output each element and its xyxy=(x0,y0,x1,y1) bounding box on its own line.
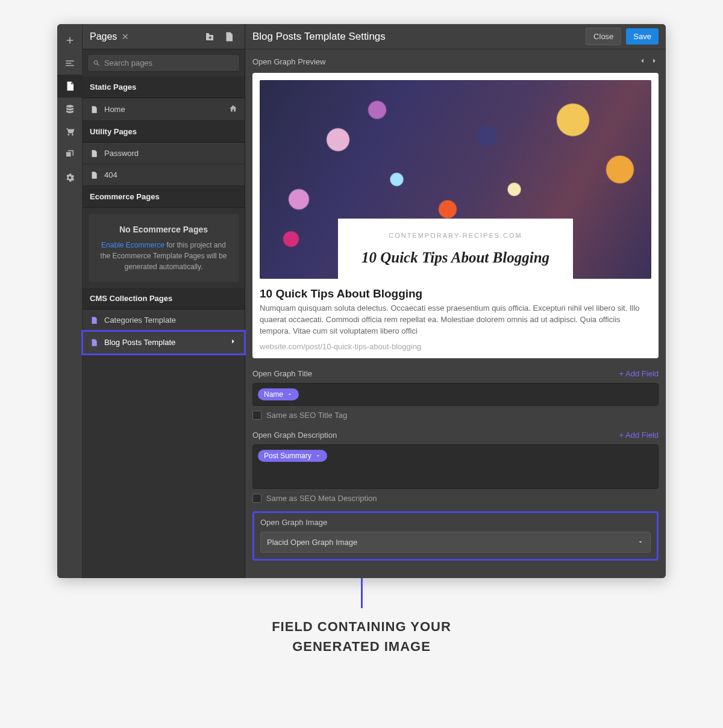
checkbox-icon[interactable] xyxy=(252,411,261,420)
section-ecommerce: Ecommerce Pages xyxy=(83,186,245,208)
chevron-down-icon xyxy=(637,538,644,546)
app-window: Pages ✕ Static Pages Home Utility Pages … xyxy=(57,24,666,578)
og-preview-domain: CONTEMPORARY-RECIPES.COM xyxy=(349,232,562,239)
og-description-input[interactable]: Post Summary xyxy=(252,444,659,489)
og-preview-label: Open Graph Preview xyxy=(252,57,659,67)
og-title-input[interactable]: Name xyxy=(252,383,659,406)
checkbox-icon[interactable] xyxy=(252,494,261,503)
sidebar-title: Pages xyxy=(90,31,117,42)
icon-rail xyxy=(57,24,83,578)
search-input[interactable] xyxy=(104,58,234,67)
rail-navigator-icon[interactable] xyxy=(57,52,83,75)
og-image-select[interactable]: Placid Open Graph Image xyxy=(260,532,651,553)
og-preview-inset: CONTEMPORARY-RECIPES.COM 10 Quick Tips A… xyxy=(338,219,573,279)
og-title-field: Open Graph Title + Add Field Name Same a… xyxy=(252,369,659,420)
og-image-value: Placid Open Graph Image xyxy=(267,538,357,547)
cms-page-icon xyxy=(90,316,99,325)
chevron-down-icon xyxy=(315,453,321,459)
page-label: Categories Template xyxy=(104,316,176,325)
og-preview-card: CONTEMPORARY-RECIPES.COM 10 Quick Tips A… xyxy=(252,73,659,358)
pages-sidebar: Pages ✕ Static Pages Home Utility Pages … xyxy=(83,24,245,578)
page-icon xyxy=(90,171,99,179)
search-icon xyxy=(93,59,101,67)
ecommerce-empty-title: No Ecommerce Pages xyxy=(96,223,231,236)
og-image-field: Open Graph Image Placid Open Graph Image xyxy=(252,511,659,561)
page-label: Password xyxy=(104,149,139,158)
og-preview-url: website.com/post/10-quick-tips-about-blo… xyxy=(260,342,651,351)
rail-database-icon[interactable] xyxy=(57,98,83,120)
og-description-label: Open Graph Description xyxy=(252,431,337,440)
new-page-icon[interactable] xyxy=(221,28,237,45)
page-label: Home xyxy=(104,105,125,114)
section-utility: Utility Pages xyxy=(83,121,245,143)
search-wrap xyxy=(83,49,245,76)
page-404[interactable]: 404 xyxy=(83,164,245,186)
callout-line xyxy=(361,578,363,608)
rail-assets-icon[interactable] xyxy=(57,143,83,166)
section-cms: CMS Collection Pages xyxy=(83,288,245,310)
ecommerce-empty: No Ecommerce Pages Enable Ecommerce for … xyxy=(89,214,239,282)
og-title-same-as-seo[interactable]: Same as SEO Title Tag xyxy=(252,411,659,420)
rail-ecommerce-icon[interactable] xyxy=(57,120,83,143)
page-categories-template[interactable]: Categories Template xyxy=(83,310,245,331)
main-body: Open Graph Preview CONTEMPORARY-RECIPES.… xyxy=(245,49,666,568)
prev-icon[interactable] xyxy=(638,57,646,67)
og-preview-description: Numquam quisquam soluta delectus. Occaec… xyxy=(260,303,651,337)
page-blog-posts-template[interactable]: Blog Posts Template xyxy=(83,331,245,354)
page-label: Blog Posts Template xyxy=(104,338,175,347)
close-button[interactable]: Close xyxy=(586,28,621,45)
page-icon xyxy=(90,149,99,158)
chevron-down-icon xyxy=(287,391,293,397)
og-preview-headline: 10 Quick Tips About Blogging xyxy=(349,247,562,268)
rail-settings-icon[interactable] xyxy=(57,166,83,189)
sidebar-header: Pages ✕ xyxy=(83,24,245,49)
new-folder-icon[interactable] xyxy=(201,28,218,45)
save-button[interactable]: Save xyxy=(626,28,659,45)
og-title-chip[interactable]: Name xyxy=(258,388,299,400)
search-pages[interactable] xyxy=(87,54,240,72)
og-description-same-as-seo[interactable]: Same as SEO Meta Description xyxy=(252,494,659,503)
page-label: 404 xyxy=(104,170,117,179)
rail-add-icon[interactable] xyxy=(57,29,83,52)
page-password[interactable]: Password xyxy=(83,143,245,164)
chevron-right-icon xyxy=(229,337,237,347)
og-description-add-field[interactable]: + Add Field xyxy=(619,431,659,440)
og-preview-title: 10 Quick Tips About Blogging xyxy=(260,287,651,300)
main-panel: Blog Posts Template Settings Close Save … xyxy=(245,24,666,578)
enable-ecommerce-link[interactable]: Enable Ecommerce xyxy=(101,241,164,249)
section-static: Static Pages xyxy=(83,76,245,98)
og-description-chip[interactable]: Post Summary xyxy=(258,450,327,462)
rail-pages-icon[interactable] xyxy=(57,75,83,98)
og-title-add-field[interactable]: + Add Field xyxy=(619,369,659,378)
home-icon xyxy=(229,104,237,114)
callout-text: FIELD CONTAINING YOUR GENERATED IMAGE xyxy=(57,617,666,656)
callout: FIELD CONTAINING YOUR GENERATED IMAGE xyxy=(57,578,666,656)
og-description-field: Open Graph Description + Add Field Post … xyxy=(252,431,659,503)
og-title-label: Open Graph Title xyxy=(252,369,312,378)
main-header: Blog Posts Template Settings Close Save xyxy=(245,24,666,49)
cms-page-icon xyxy=(90,338,99,347)
close-icon[interactable]: ✕ xyxy=(122,32,129,42)
page-icon xyxy=(90,105,99,114)
next-icon[interactable] xyxy=(650,57,659,67)
og-image-label: Open Graph Image xyxy=(260,518,651,527)
page-home[interactable]: Home xyxy=(83,98,245,121)
og-preview-image: CONTEMPORARY-RECIPES.COM 10 Quick Tips A… xyxy=(260,80,651,279)
main-title: Blog Posts Template Settings xyxy=(252,31,386,43)
